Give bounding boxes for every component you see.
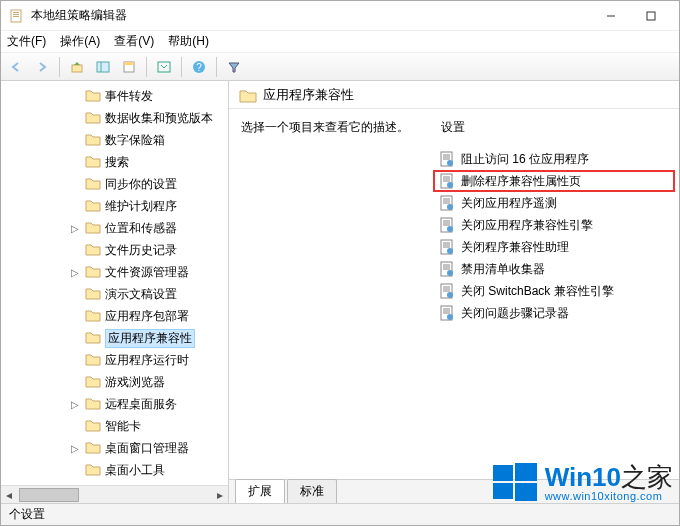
details-heading: 应用程序兼容性 bbox=[263, 86, 354, 104]
tree-item[interactable]: 数字保险箱 bbox=[1, 129, 228, 151]
tree-item[interactable]: 数据收集和预览版本 bbox=[1, 107, 228, 129]
scroll-right-arrow[interactable]: ▸ bbox=[212, 488, 228, 502]
tree-item[interactable]: ▷远程桌面服务 bbox=[1, 393, 228, 415]
description-column: 选择一个项目来查看它的描述。 bbox=[229, 109, 429, 479]
setting-item[interactable]: 关闭程序兼容性助理 bbox=[433, 236, 675, 258]
scroll-thumb[interactable] bbox=[19, 488, 79, 502]
tree-item[interactable]: 搜索 bbox=[1, 151, 228, 173]
scroll-left-arrow[interactable]: ◂ bbox=[1, 488, 17, 502]
menu-action[interactable]: 操作(A) bbox=[60, 33, 100, 50]
menubar: 文件(F) 操作(A) 查看(V) 帮助(H) bbox=[1, 31, 679, 53]
folder-icon bbox=[85, 419, 101, 433]
folder-icon bbox=[85, 155, 101, 169]
svg-rect-1 bbox=[13, 12, 19, 13]
tab-standard[interactable]: 标准 bbox=[287, 479, 337, 503]
tree-item[interactable]: ▷位置和传感器 bbox=[1, 217, 228, 239]
settings-column-header[interactable]: 设置 bbox=[433, 119, 675, 136]
tree-item[interactable]: 应用程序兼容性 bbox=[1, 327, 228, 349]
refresh-button[interactable] bbox=[153, 56, 175, 78]
svg-point-28 bbox=[447, 204, 453, 210]
svg-rect-3 bbox=[13, 16, 19, 17]
content-area: 事件转发数据收集和预览版本数字保险箱搜索同步你的设置维护计划程序▷位置和传感器文… bbox=[1, 81, 679, 503]
folder-icon bbox=[85, 463, 101, 477]
tree-item-label: 应用程序兼容性 bbox=[105, 329, 195, 348]
filter-button[interactable] bbox=[223, 56, 245, 78]
tree-item-label: 游戏浏览器 bbox=[105, 374, 165, 391]
setting-item[interactable]: 关闭应用程序遥测 bbox=[433, 192, 675, 214]
setting-item[interactable]: 删除程序兼容性属性页 bbox=[433, 170, 675, 192]
folder-icon bbox=[85, 221, 101, 235]
tree-list[interactable]: 事件转发数据收集和预览版本数字保险箱搜索同步你的设置维护计划程序▷位置和传感器文… bbox=[1, 81, 228, 485]
tree-item[interactable]: 同步你的设置 bbox=[1, 173, 228, 195]
svg-rect-10 bbox=[124, 62, 134, 65]
tree-item-label: 数字保险箱 bbox=[105, 132, 165, 149]
tree-item-label: 应用程序包部署 bbox=[105, 308, 189, 325]
folder-icon bbox=[85, 177, 101, 191]
policy-icon bbox=[439, 239, 455, 255]
properties-button[interactable] bbox=[118, 56, 140, 78]
maximize-button[interactable] bbox=[631, 2, 671, 30]
setting-item-label: 关闭问题步骤记录器 bbox=[461, 305, 569, 322]
up-button[interactable] bbox=[66, 56, 88, 78]
svg-point-43 bbox=[447, 270, 453, 276]
folder-icon bbox=[85, 199, 101, 213]
tree-item[interactable]: 事件转发 bbox=[1, 85, 228, 107]
minimize-button[interactable] bbox=[591, 2, 631, 30]
svg-point-23 bbox=[447, 182, 453, 188]
folder-icon bbox=[85, 353, 101, 367]
show-hide-tree-button[interactable] bbox=[92, 56, 114, 78]
forward-button[interactable] bbox=[31, 56, 53, 78]
menu-help[interactable]: 帮助(H) bbox=[168, 33, 209, 50]
tree-item[interactable]: 维护计划程序 bbox=[1, 195, 228, 217]
back-button[interactable] bbox=[5, 56, 27, 78]
folder-icon bbox=[239, 88, 255, 102]
menu-view[interactable]: 查看(V) bbox=[114, 33, 154, 50]
tree-item[interactable]: 应用程序运行时 bbox=[1, 349, 228, 371]
tab-extended[interactable]: 扩展 bbox=[235, 479, 285, 503]
tree-item-label: 同步你的设置 bbox=[105, 176, 177, 193]
details-body: 选择一个项目来查看它的描述。 设置 阻止访问 16 位应用程序删除程序兼容性属性… bbox=[229, 109, 679, 479]
svg-rect-6 bbox=[72, 65, 82, 72]
tree-item[interactable]: 演示文稿设置 bbox=[1, 283, 228, 305]
setting-item[interactable]: 关闭应用程序兼容性引擎 bbox=[433, 214, 675, 236]
tree-item[interactable]: 游戏浏览器 bbox=[1, 371, 228, 393]
expand-icon[interactable]: ▷ bbox=[69, 223, 81, 234]
help-button[interactable]: ? bbox=[188, 56, 210, 78]
folder-icon bbox=[85, 309, 101, 323]
expand-icon[interactable]: ▷ bbox=[69, 267, 81, 278]
window: 本地组策略编辑器 文件(F) 操作(A) 查看(V) 帮助(H) ? 事件转发数… bbox=[0, 0, 680, 526]
folder-icon bbox=[85, 375, 101, 389]
setting-item-label: 关闭程序兼容性助理 bbox=[461, 239, 569, 256]
tree-item[interactable]: 桌面小工具 bbox=[1, 459, 228, 481]
setting-item-label: 禁用清单收集器 bbox=[461, 261, 545, 278]
expand-icon[interactable]: ▷ bbox=[69, 399, 81, 410]
tree-item[interactable]: ▷桌面窗口管理器 bbox=[1, 437, 228, 459]
setting-item[interactable]: 禁用清单收集器 bbox=[433, 258, 675, 280]
titlebar: 本地组策略编辑器 bbox=[1, 1, 679, 31]
svg-point-38 bbox=[447, 248, 453, 254]
tree-item[interactable]: 文件历史记录 bbox=[1, 239, 228, 261]
policy-icon bbox=[439, 173, 455, 189]
setting-item[interactable]: 阻止访问 16 位应用程序 bbox=[433, 148, 675, 170]
tree-item-label: 事件转发 bbox=[105, 88, 153, 105]
policy-icon bbox=[439, 261, 455, 277]
folder-icon bbox=[85, 441, 101, 455]
settings-column: 设置 阻止访问 16 位应用程序删除程序兼容性属性页关闭应用程序遥测关闭应用程序… bbox=[429, 109, 679, 479]
setting-item[interactable]: 关闭 SwitchBack 兼容性引擎 bbox=[433, 280, 675, 302]
toolbar: ? bbox=[1, 53, 679, 81]
folder-icon bbox=[85, 265, 101, 279]
policy-icon bbox=[439, 151, 455, 167]
policy-icon bbox=[439, 283, 455, 299]
tree-item[interactable]: 应用程序包部署 bbox=[1, 305, 228, 327]
horizontal-scrollbar[interactable]: ◂ ▸ bbox=[1, 485, 228, 503]
tree-item-label: 位置和传感器 bbox=[105, 220, 177, 237]
expand-icon[interactable]: ▷ bbox=[69, 443, 81, 454]
setting-item[interactable]: 关闭问题步骤记录器 bbox=[433, 302, 675, 324]
svg-point-48 bbox=[447, 292, 453, 298]
tree-item[interactable]: ▷文件资源管理器 bbox=[1, 261, 228, 283]
tree-item-label: 文件资源管理器 bbox=[105, 264, 189, 281]
menu-file[interactable]: 文件(F) bbox=[7, 33, 46, 50]
tree-item[interactable]: 智能卡 bbox=[1, 415, 228, 437]
folder-icon bbox=[85, 331, 101, 345]
policy-icon bbox=[439, 195, 455, 211]
